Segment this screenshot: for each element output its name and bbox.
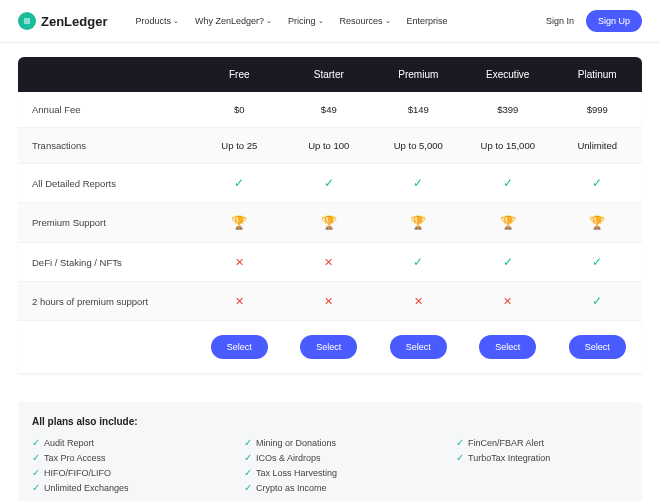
- nav-links: Products⌄ Why ZenLedger?⌄ Pricing⌄ Resou…: [135, 16, 447, 26]
- logo-icon: [18, 12, 36, 30]
- check-icon: ✓: [244, 467, 252, 478]
- cell-value: 🏆: [374, 203, 463, 243]
- include-label: Tax Loss Harvesting: [256, 468, 337, 478]
- cell-value: ✕: [463, 282, 552, 321]
- cell-value: ✕: [284, 243, 373, 282]
- cell-value: ✕: [195, 282, 284, 321]
- cell-value: Up to 100: [284, 128, 373, 164]
- check-icon: ✓: [503, 255, 513, 269]
- cell-value: ✓: [374, 243, 463, 282]
- table-row: Annual Fee$0$49$149$399$999: [18, 92, 642, 128]
- cross-icon: ✕: [235, 256, 244, 268]
- cross-icon: ✕: [324, 256, 333, 268]
- nav-item-products[interactable]: Products⌄: [135, 16, 179, 26]
- include-label: HIFO/FIFO/LIFO: [44, 468, 111, 478]
- trophy-icon: 🏆: [589, 215, 605, 230]
- select-button[interactable]: Select: [211, 335, 268, 359]
- select-button[interactable]: Select: [569, 335, 626, 359]
- table-row: All Detailed Reports✓✓✓✓✓: [18, 164, 642, 203]
- chevron-down-icon: ⌄: [173, 17, 179, 25]
- table-row: 2 hours of premium support✕✕✕✕✓: [18, 282, 642, 321]
- include-item: ✓ICOs & Airdrops: [244, 452, 416, 463]
- check-icon: ✓: [234, 176, 244, 190]
- cell-value: 🏆: [463, 203, 552, 243]
- row-label: Annual Fee: [18, 92, 195, 128]
- check-icon: ✓: [592, 176, 602, 190]
- cell-value: 🏆: [553, 203, 643, 243]
- check-icon: ✓: [503, 176, 513, 190]
- cell-value: ✓: [553, 282, 643, 321]
- nav-item-enterprise[interactable]: Enterprise: [407, 16, 448, 26]
- cross-icon: ✕: [414, 295, 423, 307]
- include-label: ICOs & Airdrops: [256, 453, 321, 463]
- include-item: ✓Tax Loss Harvesting: [244, 467, 416, 478]
- logo[interactable]: ZenLedger: [18, 12, 107, 30]
- plans-include-title: All plans also include:: [32, 416, 628, 427]
- check-icon: ✓: [32, 437, 40, 448]
- include-label: Unlimited Exchanges: [44, 483, 129, 493]
- trophy-icon: 🏆: [321, 215, 337, 230]
- nav-item-resources[interactable]: Resources⌄: [340, 16, 391, 26]
- check-icon: ✓: [592, 255, 602, 269]
- table-row: Premium Support🏆🏆🏆🏆🏆: [18, 203, 642, 243]
- include-item: ✓Crypto as Income: [244, 482, 416, 493]
- row-label: Premium Support: [18, 203, 195, 243]
- include-item: ✓Audit Report: [32, 437, 204, 448]
- plan-header: Platinum: [553, 57, 643, 92]
- cell-value: ✕: [374, 282, 463, 321]
- cell-value: ✓: [284, 164, 373, 203]
- cell-value: 🏆: [195, 203, 284, 243]
- trophy-icon: 🏆: [500, 215, 516, 230]
- cell-value: ✓: [374, 164, 463, 203]
- table-header-row: Free Starter Premium Executive Platinum: [18, 57, 642, 92]
- cross-icon: ✕: [503, 295, 512, 307]
- include-item: ✓HIFO/FIFO/LIFO: [32, 467, 204, 478]
- cell-value: Up to 15,000: [463, 128, 552, 164]
- cross-icon: ✕: [324, 295, 333, 307]
- trophy-icon: 🏆: [410, 215, 426, 230]
- cell-value: ✓: [463, 164, 552, 203]
- select-button[interactable]: Select: [300, 335, 357, 359]
- cell-value: ✓: [553, 164, 643, 203]
- cell-value: ✕: [195, 243, 284, 282]
- plan-header: Free: [195, 57, 284, 92]
- row-label: All Detailed Reports: [18, 164, 195, 203]
- cell-value: Up to 5,000: [374, 128, 463, 164]
- check-icon: ✓: [244, 437, 252, 448]
- nav-item-pricing[interactable]: Pricing⌄: [288, 16, 324, 26]
- include-item: ✓Tax Pro Access: [32, 452, 204, 463]
- cell-value: ✓: [195, 164, 284, 203]
- include-column: ✓FinCen/FBAR Alert✓TurboTax Integration: [456, 437, 628, 493]
- cell-value: $399: [463, 92, 552, 128]
- signup-button[interactable]: Sign Up: [586, 10, 642, 32]
- check-icon: ✓: [456, 437, 464, 448]
- plan-header: Starter: [284, 57, 373, 92]
- check-icon: ✓: [324, 176, 334, 190]
- check-icon: ✓: [413, 255, 423, 269]
- select-button[interactable]: Select: [390, 335, 447, 359]
- include-label: TurboTax Integration: [468, 453, 550, 463]
- table-row: TransactionsUp to 25Up to 100Up to 5,000…: [18, 128, 642, 164]
- nav-item-why[interactable]: Why ZenLedger?⌄: [195, 16, 272, 26]
- include-item: ✓Unlimited Exchanges: [32, 482, 204, 493]
- check-icon: ✓: [32, 482, 40, 493]
- chevron-down-icon: ⌄: [266, 17, 272, 25]
- include-label: Crypto as Income: [256, 483, 327, 493]
- select-button[interactable]: Select: [479, 335, 536, 359]
- trophy-icon: 🏆: [231, 215, 247, 230]
- select-row: SelectSelectSelectSelectSelect: [18, 321, 642, 374]
- check-icon: ✓: [32, 452, 40, 463]
- include-label: Mining or Donations: [256, 438, 336, 448]
- cell-value: $49: [284, 92, 373, 128]
- row-label: 2 hours of premium support: [18, 282, 195, 321]
- table-row: DeFi / Staking / NFTs✕✕✓✓✓: [18, 243, 642, 282]
- signin-link[interactable]: Sign In: [546, 16, 574, 26]
- pricing-table: Free Starter Premium Executive Platinum …: [18, 57, 642, 374]
- cell-value: ✕: [284, 282, 373, 321]
- cell-value: 🏆: [284, 203, 373, 243]
- cell-value: Up to 25: [195, 128, 284, 164]
- include-column: ✓Mining or Donations✓ICOs & Airdrops✓Tax…: [244, 437, 416, 493]
- check-icon: ✓: [592, 294, 602, 308]
- check-icon: ✓: [244, 482, 252, 493]
- header-empty: [18, 57, 195, 92]
